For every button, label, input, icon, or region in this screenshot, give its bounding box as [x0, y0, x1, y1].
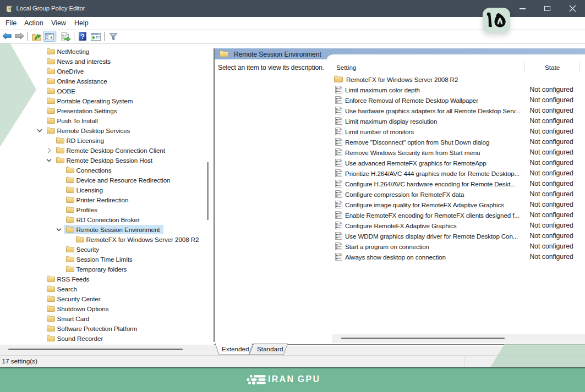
svg-text:?: ?	[80, 32, 85, 40]
